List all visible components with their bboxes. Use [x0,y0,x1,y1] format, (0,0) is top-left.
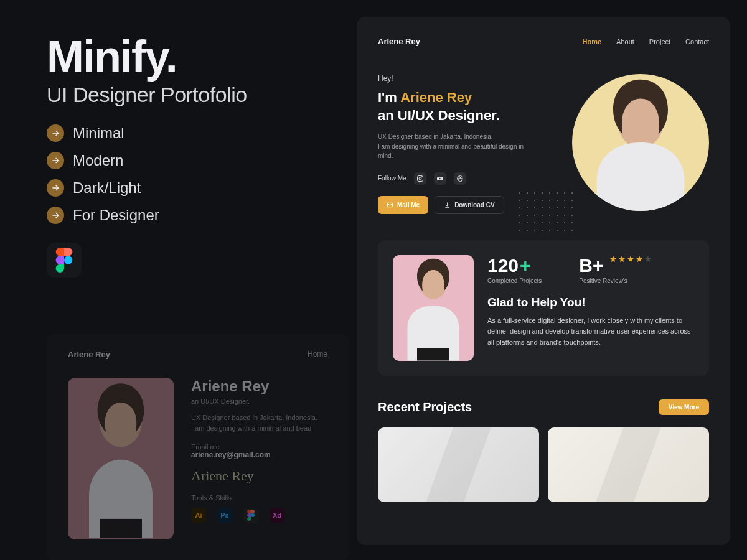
arrow-right-icon [47,152,64,169]
faded-tools-label: Tools & Skills [191,494,327,502]
feature-label: For Designer [73,207,159,224]
product-brand: Minify. [47,34,339,79]
youtube-icon[interactable] [434,172,446,185]
feature-label: Dark/Light [73,179,141,197]
feature-item: For Designer [47,207,339,224]
feature-item: Minimal [47,124,339,142]
feature-item: Modern [47,152,339,169]
faded-preview-card: Arlene Rey Home Ariene Rey an UI/UX Desi… [47,334,349,560]
faded-email: ariene.rey@gmail.com [191,450,327,459]
rating-stars [609,255,652,263]
hero-portrait [572,74,709,211]
nav-contact[interactable]: Contact [685,38,709,45]
completed-projects-count: 120+ [487,255,542,276]
feature-item: Dark/Light [47,179,339,197]
preview-navbar: Arlene Rey Home About Project Contact [378,35,709,47]
mail-icon [387,202,393,208]
nav-project[interactable]: Project [649,38,670,45]
hero-greeting: Hey! [378,74,553,83]
svg-point-0 [64,256,72,264]
recent-projects-title: Recent Projects [378,400,472,414]
review-label: Positive Review's [579,278,652,284]
svg-rect-12 [417,348,449,361]
faded-email-label: Email me [191,443,327,450]
review-rating: B+ [579,255,652,276]
feature-list: Minimal Modern Dark/Light For Designer [47,124,339,224]
feature-label: Modern [73,152,123,169]
figma-icon [243,508,258,523]
arrow-right-icon [47,179,64,197]
download-cv-button[interactable]: Download CV [435,196,504,214]
site-logo[interactable]: Arlene Rey [378,37,420,46]
svg-point-6 [421,176,422,177]
faded-bio: UX Designer based in Jakarta, Indonesia.… [191,413,327,433]
instagram-icon[interactable] [414,172,426,185]
project-thumbnail[interactable] [378,427,539,502]
arrow-right-icon [47,124,64,142]
stats-description: As a full-service digital designer, I wo… [487,315,694,348]
photoshop-icon: Ps [217,508,232,523]
view-more-button[interactable]: View More [659,399,709,415]
decorative-dots [516,189,578,233]
svg-rect-2 [100,519,142,538]
follow-label: Follow Me [378,175,406,182]
mail-me-button[interactable]: Mail Me [378,196,428,214]
svg-point-3 [251,513,255,517]
hero-heading: I'm Ariene Rey an UI/UX Designer. [378,89,553,124]
dribbble-icon[interactable] [454,172,466,185]
nav-about[interactable]: About [616,38,634,45]
feature-label: Minimal [73,124,125,142]
faded-signature: Ariene Rey [191,468,327,484]
main-preview-card: Arlene Rey Home About Project Contact He… [357,17,730,545]
svg-point-5 [419,177,421,180]
completed-projects-label: Completed Projects [487,278,542,284]
faded-portrait [68,378,174,539]
stats-card: 120+ Completed Projects B+ [378,240,709,376]
stats-portrait [393,255,474,361]
xd-icon: Xd [270,508,284,523]
faded-nav-home: Home [308,350,327,359]
stats-title: Glad to Help You! [487,296,694,309]
nav-home[interactable]: Home [583,38,602,45]
project-thumbnail[interactable] [548,427,709,502]
faded-logo: Arlene Rey [68,350,110,359]
figma-icon [47,243,82,278]
download-icon [444,202,451,208]
hero-bio: UX Designer based in Jakarta, Indonesia.… [378,132,533,161]
illustrator-icon: Ai [191,508,206,523]
arrow-right-icon [47,207,64,224]
product-subtitle: UI Designer Portofolio [47,83,339,107]
faded-role: an UI/UX Designer. [191,398,327,405]
faded-name: Ariene Rey [191,378,327,395]
